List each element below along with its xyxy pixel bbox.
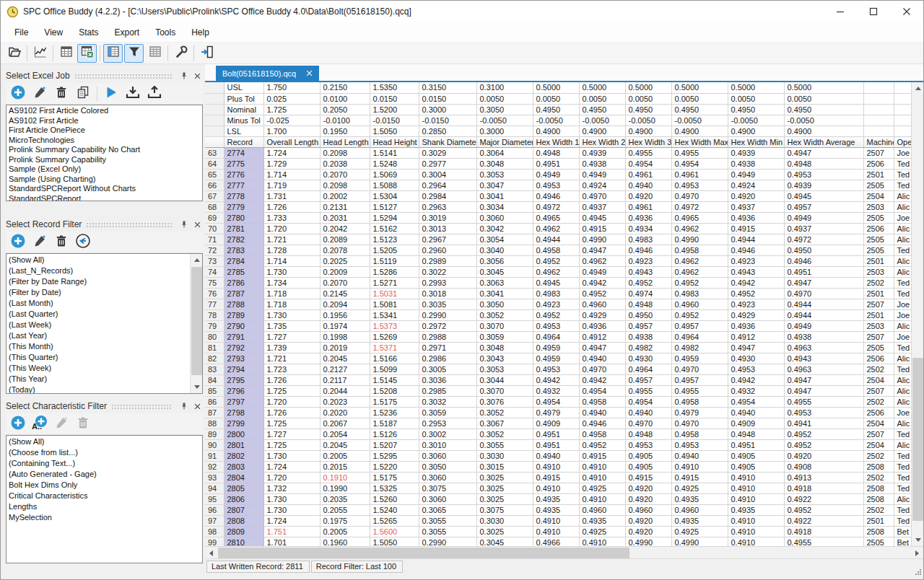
spec-value-cell[interactable]: 0.0050 xyxy=(671,93,728,104)
record-cell[interactable]: 2782 xyxy=(224,234,263,245)
data-cell[interactable]: 0.4946 xyxy=(579,418,625,429)
vertical-scrollbar[interactable] xyxy=(911,82,923,546)
data-cell[interactable]: 0.4942 xyxy=(533,374,579,385)
data-cell[interactable]: 1.5088 xyxy=(370,180,419,190)
scroll-up-icon[interactable] xyxy=(191,254,203,266)
data-cell[interactable]: 0.4983 xyxy=(533,288,579,299)
data-cell[interactable]: 0.2045 xyxy=(320,439,370,450)
data-cell[interactable]: 2502 xyxy=(863,504,894,515)
spec-value-cell[interactable]: -0.0150 xyxy=(419,115,476,126)
data-cell[interactable]: 0.3050 xyxy=(476,299,533,309)
record-cell[interactable]: 2789 xyxy=(224,309,263,320)
data-cell[interactable]: 0.4948 xyxy=(728,429,784,439)
data-cell[interactable]: 0.4950 xyxy=(784,245,863,255)
data-cell[interactable]: 1.718 xyxy=(263,288,320,299)
data-cell[interactable]: 1.714 xyxy=(263,169,320,180)
data-cell[interactable]: 0.4979 xyxy=(533,407,579,418)
record-cell[interactable]: 2798 xyxy=(224,407,263,418)
data-cell[interactable]: 0.4949 xyxy=(533,169,579,180)
data-cell[interactable]: Alic xyxy=(894,374,911,385)
data-cell[interactable]: 2507 xyxy=(863,147,894,158)
data-cell[interactable]: 0.4958 xyxy=(671,429,728,439)
data-cell[interactable]: 0.3030 xyxy=(476,450,533,461)
data-cell[interactable]: 0.3055 xyxy=(476,439,533,450)
data-cell[interactable]: 0.4938 xyxy=(728,158,784,169)
data-cell[interactable]: 0.2963 xyxy=(419,201,476,212)
data-cell[interactable]: 2502 xyxy=(863,472,894,483)
data-cell[interactable]: 0.4944 xyxy=(728,234,784,245)
data-cell[interactable]: 0.3010 xyxy=(419,439,476,450)
spec-value-cell[interactable]: -0.0100 xyxy=(320,115,370,126)
spec-value-cell[interactable]: 0.2850 xyxy=(419,126,476,136)
data-cell[interactable]: 0.4938 xyxy=(784,331,863,342)
data-cell[interactable]: 0.4949 xyxy=(579,266,625,277)
data-cell[interactable]: 1.729 xyxy=(263,158,320,169)
data-cell[interactable]: 0.4954 xyxy=(671,158,728,169)
spec-value-cell[interactable]: 0.0150 xyxy=(419,93,476,104)
list-item[interactable]: (Last Week) xyxy=(9,320,202,330)
data-cell[interactable]: 0.4972 xyxy=(533,201,579,212)
column-header-hex-width-1[interactable]: Hex Width 1 xyxy=(533,136,579,147)
add-text-button[interactable]: A.. xyxy=(30,415,49,434)
data-cell[interactable]: 0.4918 xyxy=(784,526,863,537)
data-cell[interactable]: 0.4920 xyxy=(625,493,671,504)
data-cell[interactable]: 1.5271 xyxy=(370,277,419,288)
data-cell[interactable]: 0.2953 xyxy=(419,418,476,429)
data-cell[interactable]: 2507 xyxy=(863,331,894,342)
data-cell[interactable]: Ted xyxy=(894,277,911,288)
record-cell[interactable]: 2776 xyxy=(224,169,263,180)
data-cell[interactable]: 0.4940 xyxy=(625,407,671,418)
data-cell[interactable]: 2502 xyxy=(863,450,894,461)
data-cell[interactable]: 0.1990 xyxy=(320,483,370,493)
data-cell[interactable]: 0.4958 xyxy=(579,429,625,439)
list-item[interactable]: (This Week) xyxy=(9,363,202,374)
data-cell[interactable]: 2506 xyxy=(863,353,894,364)
data-cell[interactable]: 0.3060 xyxy=(476,212,533,223)
data-cell[interactable]: 0.4947 xyxy=(728,342,784,353)
spec-value-cell[interactable]: 0.025 xyxy=(263,93,320,104)
data-cell[interactable]: 0.4932 xyxy=(533,385,579,396)
spec-value-cell[interactable]: 0.0050 xyxy=(533,93,579,104)
data-cell[interactable]: 2505 xyxy=(863,180,894,190)
data-cell[interactable]: 0.3070 xyxy=(476,385,533,396)
record-cell[interactable]: 2796 xyxy=(224,385,263,396)
data-cell[interactable]: 0.4935 xyxy=(728,504,784,515)
data-cell[interactable]: 0.4972 xyxy=(671,201,728,212)
spec-value-cell[interactable]: 1.5050 xyxy=(370,126,419,136)
record-cell[interactable]: 2805 xyxy=(224,483,263,493)
record-cell[interactable]: 2792 xyxy=(224,342,263,353)
data-cell[interactable]: 0.4946 xyxy=(625,245,671,255)
record-cell[interactable]: 2785 xyxy=(224,266,263,277)
tab-close-icon[interactable] xyxy=(306,70,313,76)
data-cell[interactable]: 0.4963 xyxy=(784,364,863,374)
spec-value-cell[interactable]: 0.0050 xyxy=(784,93,863,104)
data-cell[interactable]: Ted xyxy=(894,504,911,515)
data-cell[interactable]: 0.4948 xyxy=(533,147,579,158)
spec-value-cell[interactable]: 0.3000 xyxy=(476,126,533,136)
data-cell[interactable]: 0.2984 xyxy=(419,190,476,201)
data-cell[interactable]: 0.4974 xyxy=(625,288,671,299)
data-cell[interactable]: 0.4923 xyxy=(625,255,671,266)
data-cell[interactable]: 0.4949 xyxy=(784,320,863,331)
spec-value-cell[interactable]: -0.0050 xyxy=(476,115,533,126)
data-cell[interactable]: 0.4947 xyxy=(784,277,863,288)
data-cell[interactable]: 0.4958 xyxy=(671,245,728,255)
data-cell[interactable]: 0.4905 xyxy=(625,461,671,472)
list-item[interactable]: (Auto Generated - Gage) xyxy=(9,469,202,480)
list-item[interactable]: (Choose from list...) xyxy=(9,447,202,458)
list-item[interactable]: (Today) xyxy=(9,385,202,394)
data-cell[interactable]: Ted xyxy=(894,472,911,483)
data-cell[interactable]: 2501 xyxy=(863,515,894,526)
data-cell[interactable]: 0.3052 xyxy=(476,429,533,439)
record-cell[interactable]: 2804 xyxy=(224,472,263,483)
data-cell[interactable]: 1.735 xyxy=(263,320,320,331)
record-cell[interactable]: 2784 xyxy=(224,255,263,266)
data-cell[interactable]: 0.4940 xyxy=(625,180,671,190)
data-cell[interactable]: 0.3055 xyxy=(419,515,476,526)
minimize-button[interactable] xyxy=(824,1,857,22)
data-cell[interactable]: 0.3042 xyxy=(476,223,533,234)
data-cell[interactable]: 0.4953 xyxy=(671,439,728,450)
data-cell[interactable]: 1.5269 xyxy=(370,331,419,342)
spec-value-cell[interactable]: 0.2050 xyxy=(320,104,370,115)
data-cell[interactable]: 0.4954 xyxy=(533,396,579,407)
